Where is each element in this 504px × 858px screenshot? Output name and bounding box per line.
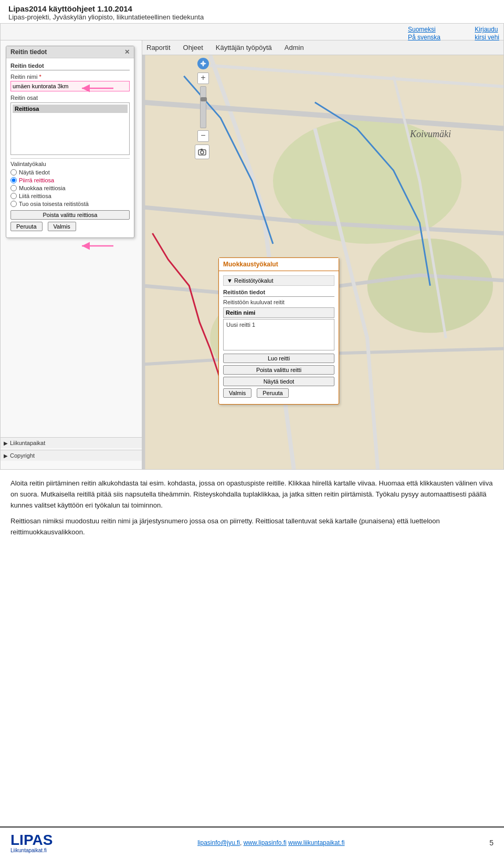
muokkaus-titlebar: Muokkaustyökalut bbox=[219, 258, 339, 271]
valintatyokalu-section: Valintatyökalu Näytä tiedot Piirrä reitt… bbox=[10, 158, 130, 233]
radio-piirra-reittiosa: Piirrä reittiosa bbox=[10, 177, 130, 183]
radio-tuo-label: Tuo osia toisesta reitistöstä bbox=[19, 201, 89, 207]
radio-tuo: Tuo osia toisesta reitistöstä bbox=[10, 201, 130, 207]
page-wrapper: Lipas2014 käyttöohjeet 1.10.2014 Lipas-p… bbox=[0, 0, 504, 858]
radio-nayta-tiedot-input[interactable] bbox=[10, 169, 17, 175]
radio-liita: Liitä reittiosa bbox=[10, 193, 130, 199]
footer-lipasinfo-link[interactable]: www.lipasinfo.fi bbox=[244, 839, 287, 846]
muokkaus-valmis-button[interactable]: Valmis bbox=[223, 388, 251, 398]
text-content: Aloita reitin piirtäminen reitin alkukoh… bbox=[0, 470, 504, 552]
zoom-pan-button[interactable] bbox=[197, 58, 209, 69]
footer-logo: LIPAS Liikuntapaikat.fi bbox=[10, 833, 52, 853]
copyright-label: Copyright bbox=[10, 452, 35, 459]
svg-marker-5 bbox=[202, 65, 204, 67]
peruuta-button[interactable]: Peruuta bbox=[10, 222, 43, 231]
reitiston-kuuluvat-label: Reitistöön kuuluvat reitit bbox=[223, 299, 334, 305]
svg-rect-11 bbox=[201, 149, 203, 150]
app-topbar: Suomeksi På svenska In English Kirjaudu … bbox=[1, 24, 503, 40]
muokkaus-title: Muokkaustyökalut bbox=[223, 261, 278, 268]
footer-page-number: 5 bbox=[489, 839, 494, 847]
poista-valittu-reitti-button[interactable]: Poista valittu reitti bbox=[223, 365, 334, 375]
text-paragraph-2: Reittiosan nimiksi muodostuu reitin nimi… bbox=[10, 516, 494, 538]
zoom-slider-thumb bbox=[201, 97, 207, 101]
svg-marker-6 bbox=[200, 63, 202, 65]
valintatyokalu-label: Valintatyökalu bbox=[10, 161, 130, 167]
copyright-arrow-icon: ▶ bbox=[4, 453, 8, 459]
page-footer: LIPAS Liikuntapaikat.fi lipasinfo@jyu.fi… bbox=[0, 826, 504, 858]
dialog-titlebar: Reitin tiedot ✕ bbox=[6, 46, 134, 58]
lang-sv[interactable]: På svenska bbox=[408, 34, 440, 41]
valmis-button[interactable]: Valmis bbox=[48, 222, 76, 231]
footer-email-link[interactable]: lipasinfo@jyu.fi bbox=[197, 839, 240, 846]
map-locate-button[interactable] bbox=[195, 144, 209, 159]
zoom-slider[interactable] bbox=[200, 86, 206, 128]
reittiosa-item[interactable]: Reittiosa bbox=[13, 105, 128, 113]
text-paragraph-1: Aloita reitin piirtäminen reitin alkukoh… bbox=[10, 478, 494, 511]
app-nav: Raportit Ohjeet Käyttäjän työpöytä Admin bbox=[142, 40, 503, 55]
copyright-row[interactable]: ▶ Copyright bbox=[1, 450, 142, 461]
reitistotypokalut-btn[interactable]: ▼ Reitistötyökalut bbox=[223, 275, 334, 286]
footer-lipas-sub: Liikuntapaikat.fi bbox=[10, 847, 52, 853]
arrow-annotation-1 bbox=[77, 80, 119, 96]
svg-marker-4 bbox=[202, 60, 204, 63]
page-subtitle: Lipas-projekti, Jyväskylän yliopisto, li… bbox=[8, 13, 496, 21]
dialog-title: Reitin tiedot bbox=[10, 48, 47, 56]
zoom-in-button[interactable]: + bbox=[197, 73, 209, 84]
muokkaus-dialog: Muokkaustyökalut ▼ Reitistötyökalut Reit… bbox=[218, 257, 339, 405]
footer-links: lipasinfo@jyu.fi, www.lipasinfo.fi www.l… bbox=[197, 839, 344, 846]
reitiston-tiedot-label: Reitistön tiedot bbox=[223, 289, 334, 297]
radio-muokkaa-label: Muokkaa reittiosia bbox=[19, 185, 66, 191]
section-reitin-tiedot-label: Reitin tiedot bbox=[10, 63, 130, 70]
nayta-tiedot-button[interactable]: Näytä tiedot bbox=[223, 377, 334, 386]
svg-point-10 bbox=[201, 151, 204, 154]
footer-lipas-text: LIPAS bbox=[10, 833, 52, 847]
radio-muokkaa: Muokkaa reittiosia bbox=[10, 185, 130, 191]
radio-piirra-reittiosa-label: Piirrä reittiosa bbox=[19, 177, 54, 183]
liikuntapaikat-row[interactable]: ▶ Liikuntapaikat bbox=[1, 437, 142, 448]
map-place-label: Koivumäki bbox=[410, 129, 451, 140]
reittiosa-list: Reittiosa bbox=[10, 102, 130, 155]
reitin-list-item[interactable]: Uusi reitti 1 bbox=[225, 321, 332, 328]
radio-muokkaa-input[interactable] bbox=[10, 185, 17, 191]
radio-piirra-reittiosa-input[interactable] bbox=[10, 177, 17, 183]
reitin-list-box: Uusi reitti 1 bbox=[223, 319, 334, 350]
svg-point-8 bbox=[202, 63, 204, 65]
luo-reitti-button[interactable]: Luo reitti bbox=[223, 354, 334, 363]
liikuntapaikat-arrow-icon: ▶ bbox=[4, 440, 8, 446]
lang-fi[interactable]: Suomeksi bbox=[408, 26, 440, 33]
page-title: Lipas2014 käyttöohjeet 1.10.2014 bbox=[8, 4, 496, 13]
zoom-out-button[interactable]: − bbox=[197, 130, 209, 142]
radio-nayta-tiedot: Näytä tiedot bbox=[10, 169, 130, 175]
page-header: Lipas2014 käyttöohjeet 1.10.2014 Lipas-p… bbox=[0, 0, 504, 23]
radio-tuo-input[interactable] bbox=[10, 201, 17, 207]
nav-ohjeet[interactable]: Ohjeet bbox=[183, 44, 203, 51]
nav-admin[interactable]: Admin bbox=[285, 44, 304, 51]
reitistotypokalut-btn-label: ▼ Reitistötyökalut bbox=[227, 277, 274, 284]
svg-point-2 bbox=[368, 239, 494, 333]
nav-tyopoyta[interactable]: Käyttäjän työpöytä bbox=[216, 44, 272, 51]
camera-icon bbox=[198, 148, 206, 156]
reitin-tiedot-dialog: Reitin tiedot ✕ Reitin tiedot Reitin nim… bbox=[6, 46, 134, 238]
screenshot-area: Suomeksi På svenska In English Kirjaudu … bbox=[0, 23, 504, 470]
login-link1[interactable]: Kirjaudu bbox=[475, 26, 499, 33]
muokkaus-body: ▼ Reitistötyökalut Reitistön tiedot Reit… bbox=[219, 271, 339, 404]
nav-raportit[interactable]: Raportit bbox=[146, 44, 171, 51]
reitin-nimi-header: Reitin nimi bbox=[223, 307, 334, 318]
login-user: kirsi vehi bbox=[475, 34, 499, 41]
arrow-annotation-2 bbox=[77, 238, 119, 254]
muokkaus-peruuta-button[interactable]: Peruuta bbox=[257, 388, 289, 398]
liikuntapaikat-label: Liikuntapaikat bbox=[10, 440, 45, 446]
radio-liita-input[interactable] bbox=[10, 193, 17, 199]
left-panel: Reitin tiedot ✕ Reitin tiedot Reitin nim… bbox=[1, 40, 142, 469]
zoom-controls: + − bbox=[197, 58, 209, 142]
radio-nayta-tiedot-label: Näytä tiedot bbox=[19, 169, 50, 175]
reitin-nimi-label: Reitin nimi * bbox=[10, 74, 130, 80]
radio-liita-label: Liitä reittiosa bbox=[19, 193, 51, 199]
svg-marker-7 bbox=[204, 63, 206, 65]
required-marker: * bbox=[37, 74, 41, 80]
dialog-close-button[interactable]: ✕ bbox=[124, 48, 130, 56]
poista-valittu-reittiosa-button[interactable]: Poista valittu reittiosa bbox=[10, 210, 130, 220]
footer-liikuntapaikat-link[interactable]: www.liikuntapaikat.fi bbox=[288, 839, 344, 846]
